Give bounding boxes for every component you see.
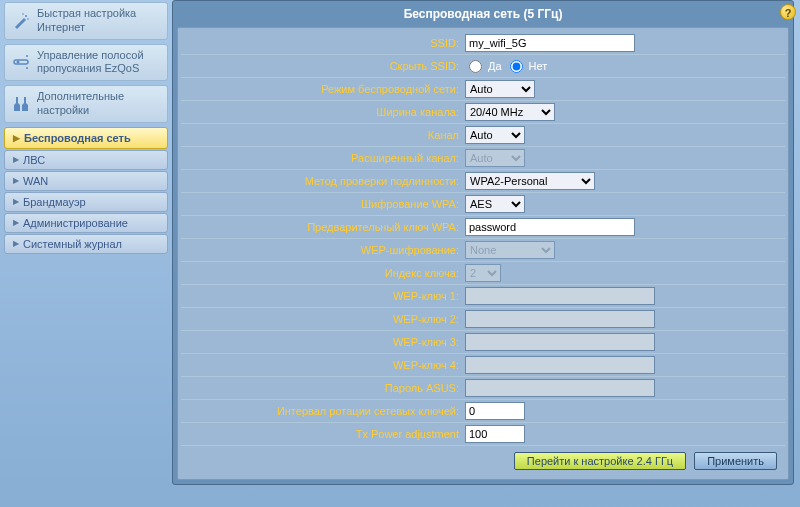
help-icon[interactable]: ? [780, 4, 796, 20]
wepk3-label: WEP-ключ 3: [185, 336, 465, 348]
wepk1-input [465, 287, 655, 305]
enc-select[interactable]: AES [465, 195, 525, 213]
wepk4-input [465, 356, 655, 374]
quick-setup-link[interactable]: Быстрая настройка Интернет [4, 2, 168, 40]
asuspw-label: Пароль ASUS: [185, 382, 465, 394]
txpwr-input[interactable] [465, 425, 525, 443]
hide-ssid-no-label: Нет [529, 60, 548, 72]
apply-button[interactable]: Применить [694, 452, 777, 470]
auth-select[interactable]: WPA2-Personal [465, 172, 595, 190]
wireless-5ghz-panel: Беспроводная сеть (5 ГГц) SSID: Скрыть S… [172, 0, 794, 485]
width-select[interactable]: 20/40 MHz [465, 103, 555, 121]
keyidx-select: 2 [465, 264, 501, 282]
quick-setup-label: Быстрая настройка Интернет [37, 7, 161, 35]
svg-rect-3 [14, 60, 28, 64]
wepk2-label: WEP-ключ 2: [185, 313, 465, 325]
psk-label: Предварительный ключ WPA: [185, 221, 465, 233]
extchan-label: Расширенный канал: [185, 152, 465, 164]
hide-ssid-yes-radio[interactable] [469, 60, 482, 73]
keyidx-label: Индекс ключа: [185, 267, 465, 279]
tools-icon [11, 94, 31, 114]
mode-select[interactable]: Auto [465, 80, 535, 98]
menu-wan[interactable]: WAN [4, 171, 168, 191]
svg-point-6 [26, 67, 28, 69]
goto-24ghz-button[interactable]: Перейти к настройке 2.4 ГГц [514, 452, 686, 470]
wand-icon [11, 11, 31, 31]
svg-point-2 [22, 13, 24, 15]
auth-label: Метод проверки подлинности: [185, 175, 465, 187]
gauge-icon [11, 52, 31, 72]
panel-title: Беспроводная сеть (5 ГГц) [173, 1, 793, 27]
asuspw-input [465, 379, 655, 397]
channel-label: Канал [185, 129, 465, 141]
additional-settings-label: Дополнительные настройки [37, 90, 161, 118]
menu-firewall[interactable]: Брандмауэр [4, 192, 168, 212]
enc-label: Шифрование WPA: [185, 198, 465, 210]
wepk1-label: WEP-ключ 1: [185, 290, 465, 302]
svg-point-5 [26, 55, 28, 57]
hide-ssid-label: Скрыть SSID: [185, 60, 465, 72]
ssid-label: SSID: [185, 37, 465, 49]
channel-select[interactable]: Auto [465, 126, 525, 144]
rotate-input[interactable] [465, 402, 525, 420]
wepk2-input [465, 310, 655, 328]
ezqos-link[interactable]: Управление полосой пропускания EzQoS [4, 44, 168, 82]
psk-input[interactable] [465, 218, 635, 236]
width-label: Ширина канала: [185, 106, 465, 118]
hide-ssid-no-radio[interactable] [510, 60, 523, 73]
svg-point-0 [25, 15, 27, 17]
wep-label: WEP-шифрование: [185, 244, 465, 256]
menu-lan[interactable]: ЛВС [4, 150, 168, 170]
wep-select: None [465, 241, 555, 259]
additional-settings-link[interactable]: Дополнительные настройки [4, 85, 168, 123]
ezqos-label: Управление полосой пропускания EzQoS [37, 49, 161, 77]
extchan-select: Auto [465, 149, 525, 167]
hide-ssid-yes-label: Да [488, 60, 502, 72]
menu-syslog[interactable]: Системный журнал [4, 234, 168, 254]
menu-wireless-active[interactable]: Беспроводная сеть [4, 127, 168, 149]
svg-point-4 [17, 61, 20, 64]
wepk4-label: WEP-ключ 4: [185, 359, 465, 371]
txpwr-label: Tx Power adjustment [185, 428, 465, 440]
wepk3-input [465, 333, 655, 351]
mode-label: Режим беспроводной сети: [185, 83, 465, 95]
ssid-input[interactable] [465, 34, 635, 52]
menu-admin[interactable]: Администрирование [4, 213, 168, 233]
svg-point-1 [27, 18, 29, 20]
rotate-label: Интервал ротации сетевых ключей: [185, 405, 465, 417]
